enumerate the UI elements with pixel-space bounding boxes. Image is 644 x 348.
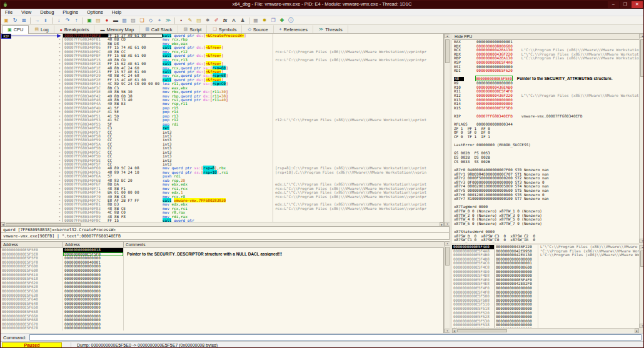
register-name: R15	[454, 106, 476, 111]
favourites-icon[interactable]: ✹	[261, 17, 268, 24]
eraser-icon[interactable]: ✐	[213, 17, 220, 24]
step-out-icon[interactable]: ↑	[73, 17, 80, 24]
command-input[interactable]	[29, 334, 641, 341]
stack-pane[interactable]: 0000000000E5F4A0000000000436F220L"\"C:\\…	[452, 245, 639, 328]
menu-item-debug[interactable]: Debug	[36, 9, 58, 16]
tab-breakpoints[interactable]: ●Breakpoints	[54, 25, 95, 33]
settings-icon[interactable]: ✸	[204, 17, 211, 24]
script-icon[interactable]: ▨	[129, 17, 137, 24]
restart-icon[interactable]: ↻	[11, 17, 19, 24]
dump-header-0[interactable]: Address	[1, 241, 63, 248]
tab-cpu[interactable]: ▣CPU	[2, 25, 29, 34]
close-debuggee-icon[interactable]: ⊠	[20, 17, 28, 24]
dump-pane[interactable]: 0000000000E5F5E0000000000000001800000000…	[1, 248, 444, 333]
disassembly-hscrollbar[interactable]: ◀ ▶	[1, 222, 444, 226]
register-line[interactable]: LastError 00000000 (ERROR_SUCCESS)	[452, 143, 639, 147]
dump-comment	[124, 256, 443, 261]
tab-call-stack[interactable]: ▥Call Stack	[139, 25, 178, 33]
register-line[interactable]: CS 0033 SS 002B	[452, 160, 639, 164]
font-icon[interactable]: A	[230, 17, 238, 24]
hide-fpu-button[interactable]: Hide FPU	[452, 34, 639, 40]
tab-log[interactable]: ▤Log	[29, 25, 54, 33]
dump-comment	[124, 322, 443, 327]
register-line[interactable]: x87SW_C1 0 x87SW_C0 0 x87SW_IR 0	[452, 238, 639, 242]
dump-row[interactable]: 0000000000E5F6780000000000000000	[1, 326, 443, 331]
registers-vscrollbar[interactable]: ▲ ▼	[639, 34, 644, 243]
register-line[interactable]: R150000000000E5F5E0	[452, 106, 639, 111]
step-into-icon[interactable]: ↓	[55, 17, 63, 24]
dump-rows: 0000000000E5F5E0000000000000001800000000…	[1, 248, 443, 331]
threads-icon[interactable]: ≫	[164, 17, 172, 24]
source-icon[interactable]: ◇	[147, 17, 154, 24]
columns-icon[interactable]: ▦	[252, 17, 259, 24]
windows-icon[interactable]: ❐	[269, 17, 277, 24]
references-icon[interactable]: ⌖	[156, 17, 163, 24]
tab-label: References	[284, 27, 308, 32]
disassembly-pane[interactable]: •00007FF680340EFBFF 15 37 A9 61 00call q…	[1, 34, 444, 222]
tab-threads[interactable]: ≫Threads	[313, 25, 348, 33]
menu-item-plugins[interactable]: Plugins	[58, 9, 83, 16]
register-line[interactable]: x87r7 81000000000000000100 ST7 Nonzero n…	[452, 197, 639, 201]
menu-item-help[interactable]: Help	[108, 9, 126, 16]
call-stack-icon[interactable]: ▥	[121, 17, 128, 24]
register-line[interactable]: CF 0 TF 1 IF 1	[452, 135, 639, 139]
tab-memory-map[interactable]: ▬Memory Map	[94, 25, 139, 33]
rip-arrow-icon	[11, 34, 62, 38]
dump-comment	[124, 318, 443, 322]
dump-header-1[interactable]: Address	[63, 241, 124, 248]
register-comment: L"\"C:\\Program Files (x86)\\VMware\\VMw…	[521, 93, 639, 97]
tab-references[interactable]: ⌖References	[274, 25, 313, 33]
about-icon[interactable]: ⓘ	[287, 17, 294, 24]
step-over-icon[interactable]: ↷	[64, 17, 71, 24]
memory-map-icon[interactable]: ▬	[112, 17, 119, 24]
tab-source[interactable]: ◇Source	[242, 25, 273, 33]
pause-icon[interactable]: ‖	[42, 17, 49, 24]
tab-label: CPU	[14, 27, 24, 32]
comments-icon[interactable]: ✎	[186, 17, 194, 24]
stack-comment	[538, 307, 639, 311]
toolbar-separator	[83, 17, 83, 24]
command-label: Command:	[3, 335, 26, 341]
patches-icon[interactable]: ▪	[178, 17, 185, 24]
status-dump-info: Dump: 0000000000E5F5E0 -> 0000000000E5F5…	[77, 343, 218, 347]
dump-header-2[interactable]: Comments	[124, 241, 450, 248]
dump-vscrollbar[interactable]: ▲ ▼	[444, 241, 450, 333]
tab-symbols[interactable]: ❏Symbols	[207, 25, 242, 33]
menu-item-options[interactable]: Options	[83, 9, 108, 16]
register-line[interactable]: RIP00007FF680340EFBvmware-vmx.00007FF680…	[452, 114, 639, 119]
stack-comment	[538, 270, 639, 274]
close-button[interactable]: ✕	[631, 1, 643, 8]
user-icon[interactable]: ♟	[239, 17, 246, 24]
stack-hscrollbar[interactable]: ◀ ▶	[452, 328, 639, 332]
fx-icon[interactable]: fx	[221, 17, 229, 24]
register-line[interactable]: x87TW_6 0 (Nonzero) x87TW_7 0 (Nonzero)	[452, 222, 639, 226]
disassembly-vscrollbar[interactable]: ▲ ▼	[444, 34, 450, 226]
symbols-icon[interactable]: ❏	[138, 17, 146, 24]
cpu-window-icon[interactable]: ▣	[86, 17, 93, 24]
minimize-button[interactable]: –	[608, 1, 619, 8]
symbols-tab-icon: ❏	[213, 27, 216, 32]
maximize-button[interactable]: ❐	[620, 1, 631, 8]
breakpoints-icon[interactable]: ●	[103, 17, 111, 24]
registers-pane[interactable]: RAX0000000000000001RBX0000000008000600RC…	[452, 40, 639, 243]
tab-script[interactable]: ▨Script	[178, 25, 208, 33]
stack-comment	[538, 323, 639, 327]
stack-comment	[538, 257, 639, 262]
open-file-icon[interactable]: ▣	[3, 17, 10, 24]
labels-icon[interactable]: ▤	[195, 17, 203, 24]
title-bar[interactable]: x64_dbg - File: vmware-vmx.exe - PID: E4…	[1, 1, 643, 9]
stack-comment: "C:\\Program Files (x86)\\VMware\\VMware…	[538, 249, 639, 254]
toolbar-separator	[249, 17, 249, 24]
register-value: 0000000000E5F620	[476, 68, 513, 72]
menu-item-view[interactable]: View	[17, 9, 36, 16]
stack-vscrollbar[interactable]: ▲ ▼	[639, 245, 644, 328]
plugins-icon[interactable]: ✚	[278, 17, 286, 24]
cpu-tab-icon: ▣	[8, 27, 12, 32]
register-line[interactable]: RDI0000000000E5F620	[452, 69, 639, 73]
menu-item-file[interactable]: File	[1, 9, 17, 16]
run-icon[interactable]: →	[33, 17, 41, 24]
stack-comment	[538, 261, 639, 266]
log-window-icon[interactable]: ▤	[94, 17, 102, 24]
dump-comment	[124, 248, 443, 252]
tab-label: Memory Map	[106, 27, 134, 32]
